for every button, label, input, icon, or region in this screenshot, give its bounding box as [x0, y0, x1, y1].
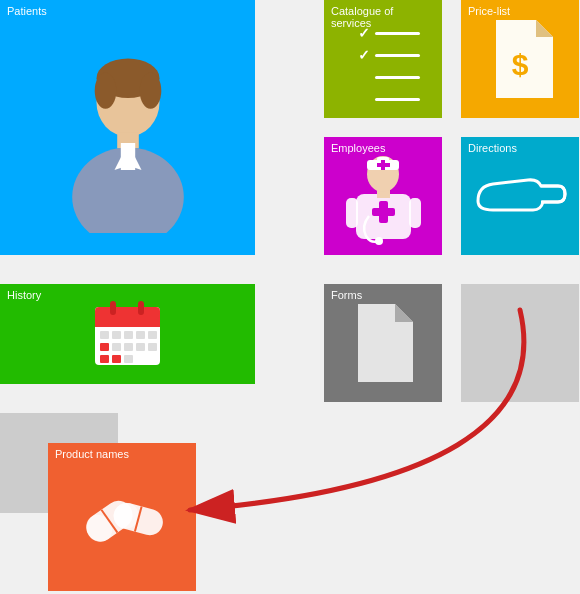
- products-icon: [48, 443, 196, 591]
- svg-rect-19: [377, 163, 390, 167]
- svg-point-3: [139, 72, 161, 108]
- svg-rect-28: [100, 331, 109, 339]
- tile-forms[interactable]: Forms: [324, 284, 442, 402]
- svg-rect-13: [372, 208, 395, 216]
- svg-rect-31: [136, 331, 145, 339]
- tile-employees[interactable]: Employees: [324, 137, 442, 255]
- svg-rect-33: [100, 343, 109, 351]
- svg-rect-27: [138, 301, 144, 315]
- tile-history[interactable]: History: [0, 284, 255, 384]
- svg-point-22: [375, 237, 383, 245]
- svg-marker-9: [536, 20, 553, 37]
- svg-rect-21: [409, 198, 421, 228]
- catalogue-label: Catalogue of services: [324, 0, 442, 34]
- tile-pricelist[interactable]: Price-list $: [461, 0, 579, 118]
- tile-patients[interactable]: Patients: [0, 0, 255, 255]
- tile-catalogue[interactable]: Catalogue of services ✓ ✓ ✓ ✓: [324, 0, 442, 118]
- svg-marker-42: [395, 304, 413, 322]
- svg-point-2: [94, 72, 116, 108]
- svg-rect-29: [112, 331, 121, 339]
- svg-rect-25: [95, 319, 160, 327]
- patients-icon: [0, 0, 255, 255]
- forms-label: Forms: [324, 284, 369, 306]
- tile-products[interactable]: Product names: [48, 443, 196, 591]
- svg-rect-32: [148, 331, 157, 339]
- svg-rect-26: [110, 301, 116, 315]
- svg-rect-20: [346, 198, 358, 228]
- patients-label: Patients: [0, 0, 54, 22]
- tile-empty: [461, 284, 579, 402]
- products-label: Product names: [48, 443, 136, 465]
- svg-rect-35: [124, 343, 133, 351]
- svg-rect-7: [120, 143, 134, 170]
- svg-rect-36: [136, 343, 145, 351]
- svg-rect-30: [124, 331, 133, 339]
- svg-rect-40: [124, 355, 133, 363]
- svg-rect-37: [148, 343, 157, 351]
- svg-text:$: $: [511, 48, 528, 81]
- tile-directions[interactable]: Directions: [461, 137, 579, 255]
- history-label: History: [0, 284, 48, 306]
- employees-label: Employees: [324, 137, 392, 159]
- svg-rect-38: [100, 355, 109, 363]
- pricelist-label: Price-list: [461, 0, 517, 22]
- svg-rect-39: [112, 355, 121, 363]
- svg-rect-34: [112, 343, 121, 351]
- directions-label: Directions: [461, 137, 524, 159]
